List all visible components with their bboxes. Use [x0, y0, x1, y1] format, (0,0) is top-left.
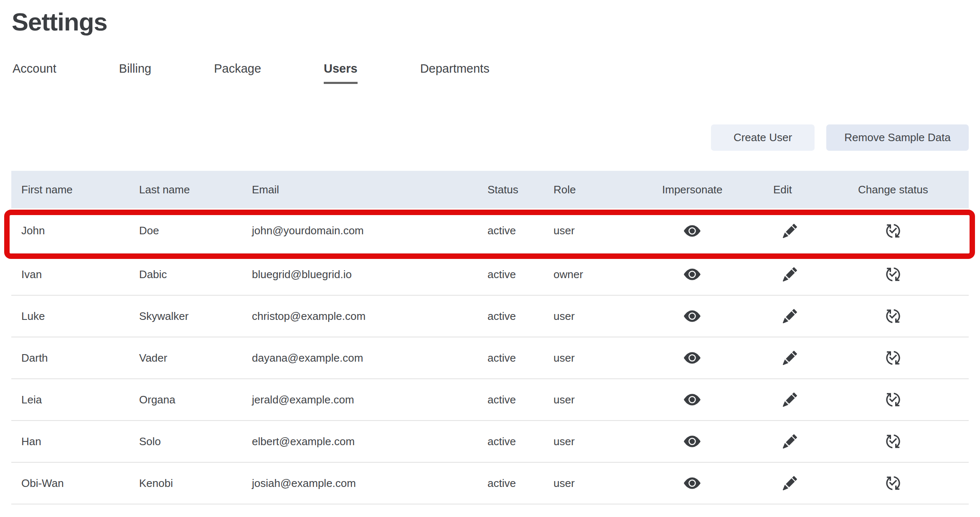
cell-edit	[763, 253, 848, 295]
tab-departments[interactable]: Departments	[420, 62, 490, 84]
tab-account[interactable]: Account	[13, 62, 56, 84]
cell-role: user	[543, 295, 652, 337]
table-row: IvanDabicbluegrid@bluegrid.ioactiveowner	[11, 253, 969, 295]
cell-impersonate	[652, 421, 763, 462]
cell-first-name: John	[11, 208, 129, 253]
pencil-icon[interactable]	[773, 351, 807, 365]
sync-check-icon[interactable]	[858, 308, 928, 324]
tab-billing[interactable]: Billing	[119, 62, 151, 84]
cell-edit	[763, 421, 848, 462]
cell-status: active	[477, 295, 543, 337]
cell-email: bluegrid@bluegrid.io	[242, 253, 477, 295]
cell-edit	[763, 208, 848, 253]
eye-icon[interactable]	[662, 391, 722, 408]
tabs-bar: AccountBillingPackageUsersDepartments	[13, 62, 490, 84]
column-header-role: Role	[543, 171, 652, 208]
cell-change-status	[848, 379, 969, 421]
eye-icon[interactable]	[662, 308, 722, 324]
tab-users[interactable]: Users	[324, 62, 358, 84]
cell-email: jerald@example.com	[242, 379, 477, 421]
eye-icon[interactable]	[662, 266, 722, 283]
page-title: Settings	[12, 8, 107, 36]
cell-role: user	[543, 208, 652, 253]
sync-check-icon[interactable]	[858, 475, 928, 492]
cell-change-status	[848, 421, 969, 462]
cell-last-name: Organa	[129, 379, 242, 421]
column-header-change-status: Change status	[848, 171, 969, 208]
table-row: JohnDoejohn@yourdomain.comactiveuser	[11, 208, 969, 253]
pencil-icon[interactable]	[773, 476, 807, 490]
eye-icon[interactable]	[662, 223, 722, 239]
cell-first-name: Han	[11, 421, 129, 462]
sync-check-icon[interactable]	[858, 266, 928, 283]
table-row: DarthVaderdayana@example.comactiveuser	[11, 337, 969, 379]
cell-last-name: Doe	[129, 208, 242, 253]
table-row: LukeSkywalkerchristop@example.comactiveu…	[11, 295, 969, 337]
cell-status: active	[477, 379, 543, 421]
cell-role: user	[543, 337, 652, 379]
users-table: First nameLast nameEmailStatusRoleImpers…	[11, 171, 969, 504]
create-user-button[interactable]: Create User	[711, 124, 815, 151]
eye-icon[interactable]	[662, 475, 722, 492]
cell-email: josiah@example.com	[242, 462, 477, 504]
cell-role: user	[543, 421, 652, 462]
column-header-edit: Edit	[763, 171, 848, 208]
cell-change-status	[848, 462, 969, 504]
cell-edit	[763, 379, 848, 421]
cell-change-status	[848, 337, 969, 379]
column-header-email: Email	[242, 171, 477, 208]
column-header-impersonate: Impersonate	[652, 171, 763, 208]
cell-edit	[763, 462, 848, 504]
sync-check-icon[interactable]	[858, 223, 928, 239]
cell-first-name: Darth	[11, 337, 129, 379]
cell-last-name: Dabic	[129, 253, 242, 295]
cell-status: active	[477, 421, 543, 462]
sync-check-icon[interactable]	[858, 433, 928, 450]
pencil-icon[interactable]	[773, 309, 807, 323]
sync-check-icon[interactable]	[858, 350, 928, 366]
cell-first-name: Obi-Wan	[11, 462, 129, 504]
cell-email: christop@example.com	[242, 295, 477, 337]
tab-package[interactable]: Package	[214, 62, 261, 84]
cell-role: owner	[543, 253, 652, 295]
cell-impersonate	[652, 337, 763, 379]
cell-impersonate	[652, 253, 763, 295]
cell-impersonate	[652, 208, 763, 253]
table-row: LeiaOrganajerald@example.comactiveuser	[11, 379, 969, 421]
table-row: Obi-WanKenobijosiah@example.comactiveuse…	[11, 462, 969, 504]
cell-edit	[763, 337, 848, 379]
cell-last-name: Vader	[129, 337, 242, 379]
action-buttons: Create UserRemove Sample Data	[711, 124, 969, 151]
sync-check-icon[interactable]	[858, 391, 928, 408]
eye-icon[interactable]	[662, 350, 722, 366]
pencil-icon[interactable]	[773, 434, 807, 449]
remove-sample-data-button[interactable]: Remove Sample Data	[826, 124, 969, 151]
cell-last-name: Kenobi	[129, 462, 242, 504]
cell-email: elbert@example.com	[242, 421, 477, 462]
cell-role: user	[543, 379, 652, 421]
column-header-first-name: First name	[11, 171, 129, 208]
cell-change-status	[848, 295, 969, 337]
users-table-body: JohnDoejohn@yourdomain.comactiveuser Iva…	[11, 208, 969, 504]
pencil-icon[interactable]	[773, 393, 807, 407]
cell-email: dayana@example.com	[242, 337, 477, 379]
cell-impersonate	[652, 295, 763, 337]
cell-role: user	[543, 462, 652, 504]
cell-email: john@yourdomain.com	[242, 208, 477, 253]
cell-edit	[763, 295, 848, 337]
cell-impersonate	[652, 379, 763, 421]
cell-impersonate	[652, 462, 763, 504]
table-header-row: First nameLast nameEmailStatusRoleImpers…	[11, 171, 969, 208]
column-header-last-name: Last name	[129, 171, 242, 208]
cell-first-name: Luke	[11, 295, 129, 337]
pencil-icon[interactable]	[773, 267, 807, 281]
table-row: HanSoloelbert@example.comactiveuser	[11, 421, 969, 462]
cell-change-status	[848, 253, 969, 295]
pencil-icon[interactable]	[773, 224, 807, 238]
cell-change-status	[848, 208, 969, 253]
cell-status: active	[477, 208, 543, 253]
eye-icon[interactable]	[662, 433, 722, 450]
cell-last-name: Skywalker	[129, 295, 242, 337]
cell-status: active	[477, 337, 543, 379]
column-header-status: Status	[477, 171, 543, 208]
